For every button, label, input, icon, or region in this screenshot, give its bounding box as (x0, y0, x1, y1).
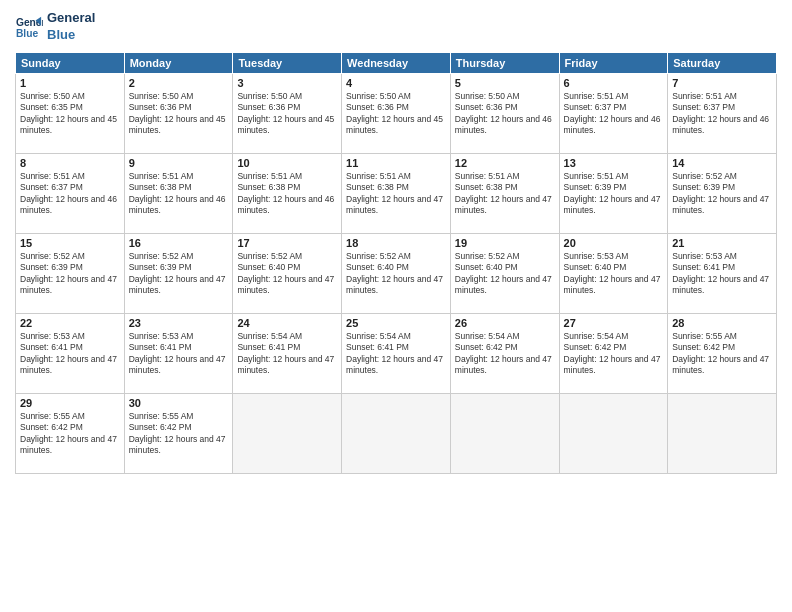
weekday-header: Tuesday (233, 52, 342, 73)
day-number: 5 (455, 77, 555, 89)
cell-details: Sunrise: 5:54 AM Sunset: 6:41 PM Dayligh… (346, 331, 446, 377)
cell-details: Sunrise: 5:55 AM Sunset: 6:42 PM Dayligh… (20, 411, 120, 457)
cell-details: Sunrise: 5:52 AM Sunset: 6:39 PM Dayligh… (672, 171, 772, 217)
calendar-table: SundayMondayTuesdayWednesdayThursdayFrid… (15, 52, 777, 474)
cell-details: Sunrise: 5:50 AM Sunset: 6:36 PM Dayligh… (346, 91, 446, 137)
calendar-cell: 9 Sunrise: 5:51 AM Sunset: 6:38 PM Dayli… (124, 153, 233, 233)
calendar-cell: 21 Sunrise: 5:53 AM Sunset: 6:41 PM Dayl… (668, 233, 777, 313)
calendar-cell: 3 Sunrise: 5:50 AM Sunset: 6:36 PM Dayli… (233, 73, 342, 153)
cell-details: Sunrise: 5:52 AM Sunset: 6:39 PM Dayligh… (129, 251, 229, 297)
cell-details: Sunrise: 5:50 AM Sunset: 6:35 PM Dayligh… (20, 91, 120, 137)
day-number: 29 (20, 397, 120, 409)
cell-details: Sunrise: 5:51 AM Sunset: 6:38 PM Dayligh… (455, 171, 555, 217)
calendar-cell: 5 Sunrise: 5:50 AM Sunset: 6:36 PM Dayli… (450, 73, 559, 153)
calendar-cell: 10 Sunrise: 5:51 AM Sunset: 6:38 PM Dayl… (233, 153, 342, 233)
day-number: 21 (672, 237, 772, 249)
day-number: 25 (346, 317, 446, 329)
weekday-header: Sunday (16, 52, 125, 73)
calendar-cell: 8 Sunrise: 5:51 AM Sunset: 6:37 PM Dayli… (16, 153, 125, 233)
calendar-week-row: 29 Sunrise: 5:55 AM Sunset: 6:42 PM Dayl… (16, 393, 777, 473)
cell-details: Sunrise: 5:54 AM Sunset: 6:42 PM Dayligh… (564, 331, 664, 377)
day-number: 11 (346, 157, 446, 169)
calendar-cell: 2 Sunrise: 5:50 AM Sunset: 6:36 PM Dayli… (124, 73, 233, 153)
calendar-cell: 22 Sunrise: 5:53 AM Sunset: 6:41 PM Dayl… (16, 313, 125, 393)
calendar-cell: 15 Sunrise: 5:52 AM Sunset: 6:39 PM Dayl… (16, 233, 125, 313)
day-number: 10 (237, 157, 337, 169)
calendar-cell: 4 Sunrise: 5:50 AM Sunset: 6:36 PM Dayli… (342, 73, 451, 153)
cell-details: Sunrise: 5:53 AM Sunset: 6:40 PM Dayligh… (564, 251, 664, 297)
cell-details: Sunrise: 5:52 AM Sunset: 6:40 PM Dayligh… (455, 251, 555, 297)
calendar-cell (559, 393, 668, 473)
cell-details: Sunrise: 5:51 AM Sunset: 6:37 PM Dayligh… (672, 91, 772, 137)
day-number: 26 (455, 317, 555, 329)
day-number: 28 (672, 317, 772, 329)
calendar-cell: 24 Sunrise: 5:54 AM Sunset: 6:41 PM Dayl… (233, 313, 342, 393)
cell-details: Sunrise: 5:55 AM Sunset: 6:42 PM Dayligh… (672, 331, 772, 377)
day-number: 27 (564, 317, 664, 329)
calendar-cell: 16 Sunrise: 5:52 AM Sunset: 6:39 PM Dayl… (124, 233, 233, 313)
calendar-week-row: 22 Sunrise: 5:53 AM Sunset: 6:41 PM Dayl… (16, 313, 777, 393)
day-number: 1 (20, 77, 120, 89)
day-number: 15 (20, 237, 120, 249)
cell-details: Sunrise: 5:54 AM Sunset: 6:42 PM Dayligh… (455, 331, 555, 377)
calendar-cell: 30 Sunrise: 5:55 AM Sunset: 6:42 PM Dayl… (124, 393, 233, 473)
weekday-header: Thursday (450, 52, 559, 73)
svg-text:Blue: Blue (16, 28, 39, 39)
calendar-cell: 18 Sunrise: 5:52 AM Sunset: 6:40 PM Dayl… (342, 233, 451, 313)
calendar-week-row: 1 Sunrise: 5:50 AM Sunset: 6:35 PM Dayli… (16, 73, 777, 153)
day-number: 24 (237, 317, 337, 329)
calendar-cell: 20 Sunrise: 5:53 AM Sunset: 6:40 PM Dayl… (559, 233, 668, 313)
cell-details: Sunrise: 5:51 AM Sunset: 6:37 PM Dayligh… (564, 91, 664, 137)
day-number: 19 (455, 237, 555, 249)
day-number: 9 (129, 157, 229, 169)
calendar-week-row: 15 Sunrise: 5:52 AM Sunset: 6:39 PM Dayl… (16, 233, 777, 313)
day-number: 8 (20, 157, 120, 169)
calendar-cell (450, 393, 559, 473)
calendar-cell (342, 393, 451, 473)
weekday-header: Saturday (668, 52, 777, 73)
weekday-header: Monday (124, 52, 233, 73)
weekday-header: Wednesday (342, 52, 451, 73)
cell-details: Sunrise: 5:50 AM Sunset: 6:36 PM Dayligh… (237, 91, 337, 137)
day-number: 23 (129, 317, 229, 329)
cell-details: Sunrise: 5:50 AM Sunset: 6:36 PM Dayligh… (129, 91, 229, 137)
day-number: 22 (20, 317, 120, 329)
calendar-cell: 19 Sunrise: 5:52 AM Sunset: 6:40 PM Dayl… (450, 233, 559, 313)
day-number: 17 (237, 237, 337, 249)
cell-details: Sunrise: 5:53 AM Sunset: 6:41 PM Dayligh… (672, 251, 772, 297)
calendar-cell: 7 Sunrise: 5:51 AM Sunset: 6:37 PM Dayli… (668, 73, 777, 153)
calendar-cell: 12 Sunrise: 5:51 AM Sunset: 6:38 PM Dayl… (450, 153, 559, 233)
weekday-header-row: SundayMondayTuesdayWednesdayThursdayFrid… (16, 52, 777, 73)
calendar-week-row: 8 Sunrise: 5:51 AM Sunset: 6:37 PM Dayli… (16, 153, 777, 233)
day-number: 18 (346, 237, 446, 249)
logo-text: GeneralBlue (47, 10, 95, 44)
logo-icon: General Blue (15, 13, 43, 41)
day-number: 14 (672, 157, 772, 169)
day-number: 30 (129, 397, 229, 409)
calendar-cell: 27 Sunrise: 5:54 AM Sunset: 6:42 PM Dayl… (559, 313, 668, 393)
calendar-cell: 23 Sunrise: 5:53 AM Sunset: 6:41 PM Dayl… (124, 313, 233, 393)
day-number: 3 (237, 77, 337, 89)
day-number: 7 (672, 77, 772, 89)
day-number: 6 (564, 77, 664, 89)
calendar-cell: 28 Sunrise: 5:55 AM Sunset: 6:42 PM Dayl… (668, 313, 777, 393)
day-number: 13 (564, 157, 664, 169)
cell-details: Sunrise: 5:53 AM Sunset: 6:41 PM Dayligh… (20, 331, 120, 377)
page: General Blue GeneralBlue SundayMondayTue… (0, 0, 792, 612)
calendar-cell: 11 Sunrise: 5:51 AM Sunset: 6:38 PM Dayl… (342, 153, 451, 233)
cell-details: Sunrise: 5:51 AM Sunset: 6:39 PM Dayligh… (564, 171, 664, 217)
cell-details: Sunrise: 5:50 AM Sunset: 6:36 PM Dayligh… (455, 91, 555, 137)
cell-details: Sunrise: 5:52 AM Sunset: 6:40 PM Dayligh… (346, 251, 446, 297)
calendar-cell: 29 Sunrise: 5:55 AM Sunset: 6:42 PM Dayl… (16, 393, 125, 473)
logo: General Blue GeneralBlue (15, 10, 95, 44)
cell-details: Sunrise: 5:51 AM Sunset: 6:38 PM Dayligh… (237, 171, 337, 217)
calendar-cell: 13 Sunrise: 5:51 AM Sunset: 6:39 PM Dayl… (559, 153, 668, 233)
day-number: 2 (129, 77, 229, 89)
cell-details: Sunrise: 5:51 AM Sunset: 6:37 PM Dayligh… (20, 171, 120, 217)
day-number: 4 (346, 77, 446, 89)
cell-details: Sunrise: 5:54 AM Sunset: 6:41 PM Dayligh… (237, 331, 337, 377)
calendar-cell (668, 393, 777, 473)
calendar-cell: 14 Sunrise: 5:52 AM Sunset: 6:39 PM Dayl… (668, 153, 777, 233)
calendar-cell: 26 Sunrise: 5:54 AM Sunset: 6:42 PM Dayl… (450, 313, 559, 393)
calendar-cell (233, 393, 342, 473)
